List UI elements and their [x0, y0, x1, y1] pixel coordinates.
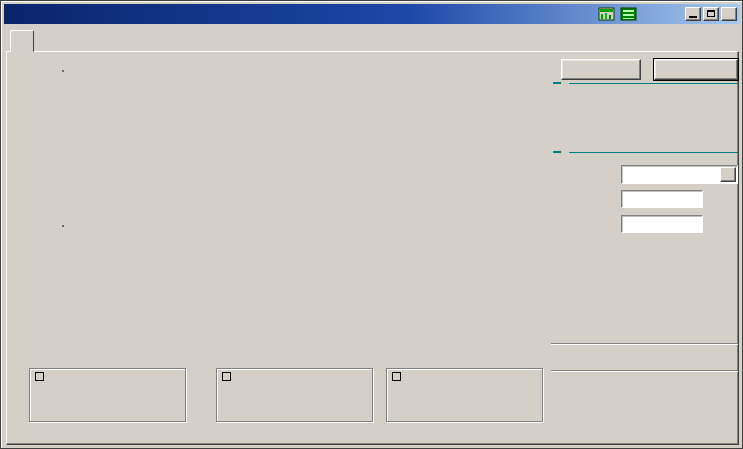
jitter-swatch	[392, 372, 401, 381]
close-button[interactable]	[721, 7, 737, 21]
exit-button[interactable]	[654, 59, 738, 80]
divider	[551, 370, 738, 372]
top-chart-x-axis	[63, 204, 531, 216]
titlebar-tool-icons	[598, 6, 638, 22]
titlebar	[4, 4, 740, 24]
pi-failures-jitter-chart	[62, 225, 64, 227]
disc-info-header	[553, 82, 738, 84]
end-position-input[interactable]	[621, 215, 703, 233]
start-position-input[interactable]	[621, 190, 703, 208]
pi-errors-swatch	[35, 372, 44, 381]
divider	[551, 343, 738, 345]
maximize-icon	[707, 10, 715, 17]
data-view-icon[interactable]	[620, 6, 638, 22]
top-chart-y-axis-left	[27, 70, 59, 202]
transfer-speed-select[interactable]	[621, 165, 738, 184]
pi-failures-stats-box	[216, 368, 373, 422]
section-rule	[569, 152, 738, 153]
settings-header	[553, 151, 738, 153]
jitter-stats-title	[387, 369, 542, 382]
minimize-icon	[689, 16, 697, 18]
top-chart-y-axis-right	[535, 70, 561, 202]
graph-view-icon[interactable]	[598, 6, 616, 22]
chevron-down-icon[interactable]	[720, 167, 736, 182]
window-controls	[685, 7, 737, 21]
pi-failures-swatch	[222, 372, 231, 381]
pi-failures-stats-title	[217, 369, 372, 382]
start-button[interactable]	[561, 59, 641, 80]
section-dash-icon	[553, 82, 561, 84]
app-window	[0, 0, 743, 449]
tab-disc-quality[interactable]	[10, 30, 34, 52]
pi-errors-stats-box	[29, 368, 186, 422]
section-rule	[569, 83, 738, 84]
pi-errors-stats-title	[30, 369, 185, 382]
bottom-chart-x-axis	[63, 356, 531, 368]
section-dash-icon	[553, 151, 561, 153]
settings-checkbox-list	[557, 241, 739, 341]
pi-errors-chart	[62, 70, 64, 72]
minimize-button[interactable]	[685, 7, 701, 21]
maximize-button[interactable]	[703, 7, 719, 21]
jitter-stats-box	[386, 368, 543, 422]
bottom-chart-y-axis-left	[27, 225, 59, 354]
